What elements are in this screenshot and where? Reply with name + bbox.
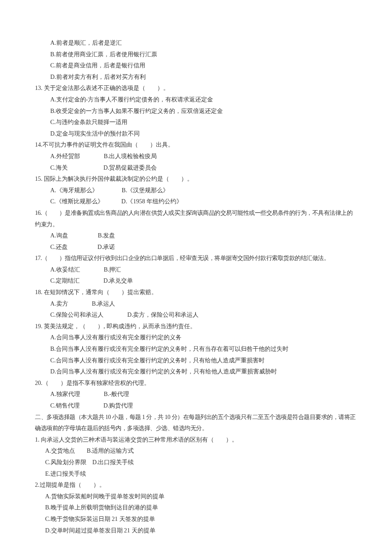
m1-stem: 1. 向承运人交货的三种术语与装运港交货的三种常用术语的区别有（ ）。	[35, 434, 357, 446]
q14-opts-row2: C.海关 D.贸易促裁进委员会	[35, 162, 357, 174]
q16-opts-row1: A.询盘 B.发盘	[35, 230, 357, 242]
q19-opt-d: D.合同当事人没有履行或没有完全履行约定的义务时，只有给他人造成严重损害威胁时	[35, 366, 357, 378]
q12-opt-b: B.前者使用商业汇票，后者使用银行汇票	[35, 49, 357, 61]
q14-stem: 14.不可抗力事件的证明文件在我国由（ ）出具。	[35, 139, 357, 151]
q18-stem: 18. 在短卸情况下，通常向（ ）提出索赔。	[35, 287, 357, 298]
q12-opt-c: C.前者是商业信用，后者是银行信用	[35, 60, 357, 72]
q17-opts-row1: A.收妥结汇 B.押汇	[35, 264, 357, 276]
q13-opt-b: B.收受定金的一方当事人如果不履行约定义务的，应双倍返还定金	[35, 106, 357, 117]
q18-opts-row2: C.保险公司和承运人 D.卖方，保险公司和承运人	[35, 309, 357, 321]
q12-opt-d: D.前者对卖方有利，后者对买方有利	[35, 72, 357, 83]
q12-opt-a: A.前者是顺汇，后者是逆汇	[35, 38, 357, 49]
q20-opts-row1: A.独家代理 B.-般代理	[35, 389, 357, 400]
m2-opt-c: C.晚于货物实际装运日期 21 天签发的提单	[35, 514, 357, 525]
q17-stem: 17.（ ）指信用证议付行收到出口企业的出口单据后，经审查无误，将单据寄交国外付…	[35, 253, 357, 264]
q13-opt-d: D.定金与现实生活中的预付款不同	[35, 128, 357, 140]
q19-stem: 19. 英美法规定，（ ）, 即构成违约，从而承当违约责任。	[35, 321, 357, 332]
q16-opts-row2: C.还盘 D.承诺	[35, 242, 357, 253]
q14-opts-row1: A.外经贸部 B.出人境检验检疫局	[35, 151, 357, 162]
q15-stem: 15. 国际上为解决执行外国仲裁裁决制定的公约是（ ）。	[35, 173, 357, 185]
m2-opt-b: B.晚于提单上所载明货物到达目的港的提单	[35, 502, 357, 514]
q18-opts-row1: A.卖方 B.承运人	[35, 298, 357, 310]
q13-opt-a: A.支付定金的-方当事人不履行约定债务的，有权请求返还定金	[35, 94, 357, 106]
m2-stem: 2.过期提单是指（ ）。	[35, 480, 357, 491]
q20-opts-row2: C.销售代理 D.购货代理	[35, 400, 357, 412]
q19-opt-a: A.合同当事人没有履行或没有完全履行约定的义务	[35, 332, 357, 344]
q19-opt-c: C.合同当事人没有履行或没有完全履行约定的义务时，只有给他人造成严重损害时	[35, 355, 357, 367]
q13-opt-c: C.与违约金条款只能择一适用	[35, 117, 357, 128]
section2-header: 二、多项选择题（本大题共 10 小题，每题 1 分，共 10 分）在每题列出的五…	[35, 412, 357, 434]
q13-stem: 13. 关于定金法那么表述不正确的选项是（ ）。	[35, 83, 357, 94]
m2-opt-d: D.交单时间超过提单签发日期 21 天的提单	[35, 525, 357, 537]
m1-opts-row3: E.进口报关手续	[35, 468, 357, 480]
q16-stem: 16.（ ）是准备购置或出售商品的人向潜在供货人或买主探询该商品的交易可能性或一…	[35, 208, 357, 230]
q17-opts-row2: C.定期结汇 D.承兑交单	[35, 275, 357, 287]
m1-opts-row2: C.风险划分界限 D.出口报关手续	[35, 457, 357, 468]
q15-opts-row1: A.《海牙规那么》 B.《汉堡规那么》	[35, 185, 357, 197]
q19-opt-b: B.合同当事人没有履行或没有完全履行约定的义务时，只有当存在着可以归咎干他的过失…	[35, 344, 357, 355]
q20-stem: 20.（ ）是指不享有独家经营权的代理。	[35, 378, 357, 389]
q15-opts-row2: C.《维斯比规那么》 D.《1958 年纽约公约》	[35, 196, 357, 208]
m1-opts-row1: A.交货地点 B.适用的运输方式	[35, 445, 357, 457]
m2-opt-a: A.货物实际装船时间晚于提单签发时间的提单	[35, 491, 357, 503]
